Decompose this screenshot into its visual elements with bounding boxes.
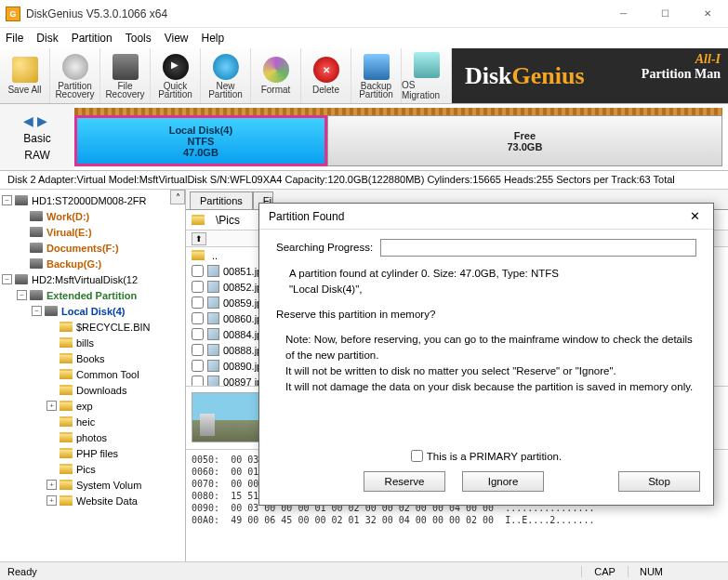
tree-hd2[interactable]: HD2:MsftVirtualDisk(12 xyxy=(32,274,138,285)
expand-icon[interactable]: − xyxy=(2,274,12,284)
tree-folder[interactable]: Downloads xyxy=(76,385,126,396)
menu-partition[interactable]: Partition xyxy=(72,32,113,45)
tree-folder[interactable]: PHP files xyxy=(76,448,118,459)
file-checkbox[interactable] xyxy=(192,265,204,277)
primary-checkbox[interactable] xyxy=(411,450,423,462)
tree-folder[interactable]: Website Data xyxy=(76,495,138,507)
expand-icon[interactable]: − xyxy=(17,290,27,300)
format-label: Format xyxy=(261,85,291,95)
partition-size: 47.0GB xyxy=(183,147,218,158)
menu-view[interactable]: View xyxy=(165,32,189,45)
tree-folder-pics[interactable]: Pics xyxy=(76,464,96,475)
tree-folder[interactable]: bills xyxy=(76,337,94,349)
tree-folder[interactable]: exp xyxy=(76,401,93,412)
expand-icon[interactable]: + xyxy=(46,480,57,490)
found-line2: "Local Disk(4)", xyxy=(289,283,362,295)
backup-partition-label: Backup Partition xyxy=(359,82,393,99)
menu-file[interactable]: File xyxy=(6,32,23,45)
expand-icon[interactable]: + xyxy=(46,495,57,506)
status-ready: Ready xyxy=(7,566,37,577)
window-title: DiskGenius V5.3.0.1066 x64 xyxy=(26,7,602,20)
jpg-icon xyxy=(207,281,219,293)
tree-folder[interactable]: Common Tool xyxy=(76,369,139,380)
folder-icon xyxy=(60,369,73,379)
reserve-button[interactable]: Reserve xyxy=(364,471,445,492)
quick-partition-label: Quick Partition xyxy=(158,82,192,99)
file-checkbox[interactable] xyxy=(192,344,204,356)
file-checkbox[interactable] xyxy=(192,360,204,372)
titlebar: G DiskGenius V5.3.0.1066 x64 ─ ☐ ✕ xyxy=(0,0,728,28)
tree-scroll-up[interactable]: ˄ xyxy=(170,190,185,204)
file-checkbox[interactable] xyxy=(192,281,204,293)
file-checkbox[interactable] xyxy=(192,328,204,340)
path-text: \Pics xyxy=(216,214,240,227)
menu-tools[interactable]: Tools xyxy=(126,32,152,45)
folder-icon xyxy=(60,416,73,427)
file-recovery-button[interactable]: File Recovery xyxy=(100,48,151,103)
save-icon xyxy=(12,57,38,83)
status-cap: CAP xyxy=(581,566,628,577)
stop-button[interactable]: Stop xyxy=(618,471,700,492)
partition-name: Local Disk(4) xyxy=(169,125,232,136)
delete-label: Delete xyxy=(312,85,339,95)
folder-icon xyxy=(60,448,73,458)
tree-work[interactable]: Work(D:) xyxy=(46,211,89,222)
format-button[interactable]: Format xyxy=(251,48,301,103)
tree-local-disk-4[interactable]: Local Disk(4) xyxy=(61,306,125,317)
tree-virual[interactable]: Virual(E:) xyxy=(46,227,92,238)
partition-recovery-button[interactable]: Partition Recovery xyxy=(50,48,100,103)
tree-folder[interactable]: $RECYCLE.BIN xyxy=(76,322,150,333)
os-migration-button[interactable]: OS Migration xyxy=(402,48,452,103)
quick-partition-button[interactable]: Quick Partition xyxy=(151,48,201,103)
menu-help[interactable]: Help xyxy=(202,32,225,45)
expand-icon[interactable]: + xyxy=(46,401,57,411)
tree-folder[interactable]: photos xyxy=(76,432,107,443)
format-icon xyxy=(263,57,289,83)
brand-sub1: All-I xyxy=(642,52,721,67)
file-checkbox[interactable] xyxy=(192,312,204,324)
save-all-button[interactable]: Save All xyxy=(0,48,50,103)
file-checkbox[interactable] xyxy=(192,297,204,309)
delete-button[interactable]: ✕Delete xyxy=(301,48,351,103)
backup-partition-button[interactable]: Backup Partition xyxy=(351,48,402,103)
tree-<br>folder[interactable]: heic xyxy=(76,416,95,428)
tree-documents[interactable]: Documents(F:) xyxy=(46,243,119,254)
hdd-icon xyxy=(113,54,139,80)
disk-info-bar: Disk 2 Adapter:Virtual Model:MsftVirtual… xyxy=(0,171,728,190)
tab-partitions[interactable]: Partitions xyxy=(190,191,253,209)
tree-extended[interactable]: Extended Partition xyxy=(46,290,137,301)
minimize-button[interactable]: ─ xyxy=(602,0,644,28)
ignore-button[interactable]: Ignore xyxy=(462,471,544,492)
jpg-icon xyxy=(207,360,219,372)
brand-sub2: Partition Man xyxy=(642,67,721,82)
dialog-close-button[interactable]: ✕ xyxy=(676,204,713,230)
disk-map-nav: ◀▶ Basic RAW xyxy=(0,104,74,170)
folder-icon xyxy=(60,464,73,474)
maximize-button[interactable]: ☐ xyxy=(644,0,686,28)
disk-tree[interactable]: ˄ −HD1:ST2000DM008-2FR Work(D:) Virual(E… xyxy=(0,190,186,561)
tree-folder[interactable]: Books xyxy=(76,353,105,364)
status-num: NUM xyxy=(628,566,674,577)
jpg-icon xyxy=(207,265,219,277)
expand-icon[interactable]: − xyxy=(2,195,12,205)
tree-hd1[interactable]: HD1:ST2000DM008-2FR xyxy=(32,195,147,206)
magnifier-icon xyxy=(62,54,88,80)
partition-free[interactable]: Free 73.0GB xyxy=(327,115,722,166)
partition-local-disk-4[interactable]: Local Disk(4) NTFS 47.0GB xyxy=(74,115,327,166)
disk-map: ◀▶ Basic RAW Local Disk(4) NTFS 47.0GB F… xyxy=(0,104,728,171)
expand-icon[interactable]: − xyxy=(32,306,42,316)
file-checkbox[interactable] xyxy=(192,376,204,387)
new-partition-button[interactable]: New Partition xyxy=(201,48,251,103)
nav-arrows[interactable]: ◀▶ xyxy=(23,113,51,128)
tree-folder[interactable]: System Volum xyxy=(76,480,141,491)
menu-disk[interactable]: Disk xyxy=(36,32,58,45)
up-button[interactable]: ⬆ xyxy=(192,232,206,245)
dialog-title: Partition Found xyxy=(269,210,344,223)
jpg-icon xyxy=(207,328,219,340)
toolbar: Save All Partition Recovery File Recover… xyxy=(0,48,728,104)
tree-backup[interactable]: Backup(G:) xyxy=(46,258,101,270)
folder-icon xyxy=(60,322,73,332)
volume-icon xyxy=(45,306,58,316)
close-button[interactable]: ✕ xyxy=(686,0,728,28)
disk-header-strip xyxy=(74,108,722,115)
